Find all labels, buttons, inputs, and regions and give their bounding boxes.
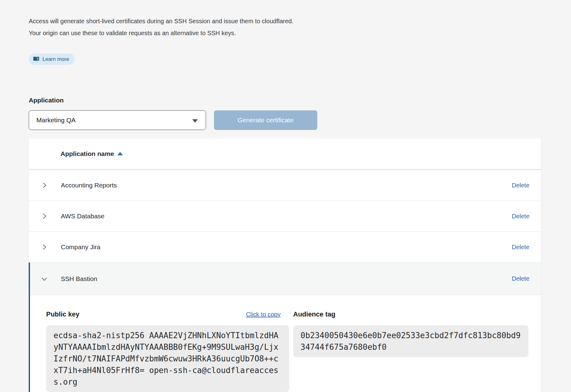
click-to-copy-link[interactable]: Click to copy [246,311,281,318]
chevron-down-icon [41,275,48,283]
table-row: Company Jira Delete [29,231,541,262]
delete-button[interactable]: Delete [512,182,529,189]
chevron-right-icon [41,182,48,189]
audience-tag-section: Audience tag 0b2340050430e6e0b7ee02533e3… [293,310,529,392]
application-select-value: Marketing QA [36,116,76,124]
application-name: Company Jira [61,243,101,251]
learn-more-label: Learn more [42,56,69,62]
table-header: Application name [29,139,541,169]
intro-description: Access will generate short-lived certifi… [29,15,304,39]
public-key-section: Public key Click to copy ecdsa-sha2-nist… [46,310,289,392]
ssh-certificates-page: Access will generate short-lived certifi… [0,0,571,392]
generate-certificate-button[interactable]: Generate certificate [214,110,317,130]
table-row-expanded: SSH Bastion Delete [30,263,541,295]
sort-ascending-icon [117,152,123,155]
application-label: Application [29,97,571,104]
table-row: Accounting Reports Delete [29,170,541,201]
public-key-value: ecdsa-sha2-nistp256 AAAAE2VjZHNhLXNoYTIt… [46,325,289,392]
delete-button[interactable]: Delete [512,244,529,251]
certificate-detail-panel: Public key Click to copy ecdsa-sha2-nist… [30,295,541,392]
audience-tag-label: Audience tag [293,310,335,318]
chevron-right-icon [41,213,48,220]
delete-button[interactable]: Delete [512,213,529,220]
public-key-label: Public key [46,310,79,318]
applications-table: Accounting Reports Delete AWS Database D… [29,170,541,392]
application-name: SSH Bastion [61,275,97,283]
audience-tag-value: 0b2340050430e6e0b7ee02533e3cbd2f7dfc813b… [293,325,529,357]
expanded-row-block: SSH Bastion Delete Public key Click to c… [29,262,541,392]
collapse-row-button[interactable] [40,275,48,283]
book-icon [33,57,39,62]
column-header-label: Application name [61,150,114,157]
delete-button[interactable]: Delete [512,275,529,282]
expand-row-button[interactable] [40,181,48,189]
table-row: AWS Database Delete [29,201,541,231]
learn-more-button[interactable]: Learn more [29,54,75,65]
column-header-application-name[interactable]: Application name [61,150,123,157]
chevron-right-icon [41,243,48,251]
application-name: AWS Database [61,213,105,220]
chevron-down-icon [192,119,198,123]
expand-row-button[interactable] [40,212,48,220]
expand-row-button[interactable] [40,243,48,251]
application-select[interactable]: Marketing QA [29,110,206,130]
application-controls: Marketing QA Generate certificate [29,110,571,130]
application-name: Accounting Reports [61,182,117,189]
